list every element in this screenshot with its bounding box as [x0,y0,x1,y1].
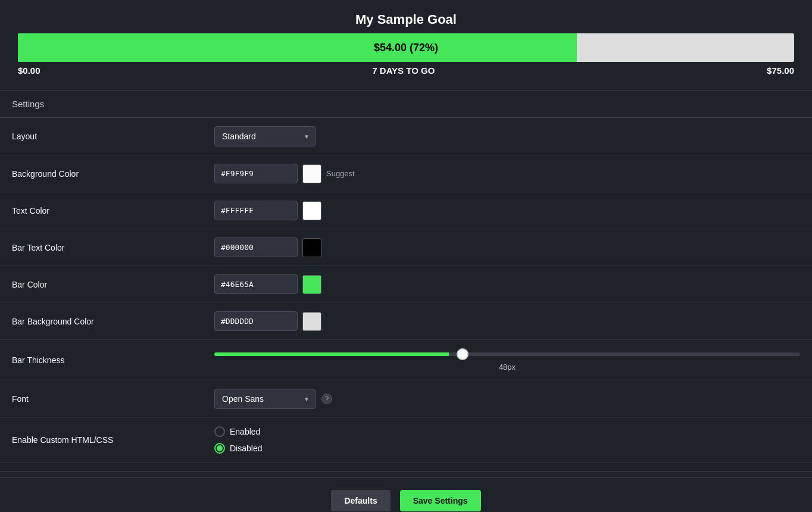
layout-row: Layout Standard Compact Vertical [0,118,812,155]
background-color-swatch[interactable] [302,164,321,183]
text-color-group [214,201,321,220]
settings-section: Settings Layout Standard Compact Vertica… [0,90,812,463]
bar-color-control [214,274,800,294]
defaults-button[interactable]: Defaults [331,490,390,511]
bar-text-color-swatch[interactable] [302,238,321,257]
custom-html-disabled-radio[interactable] [214,443,225,454]
progress-bar-container: $54.00 (72%) [18,33,794,62]
settings-header: Settings [0,90,812,118]
font-select[interactable]: Open Sans Arial Roboto Lato Georgia [214,389,316,409]
text-color-label: Text Color [12,206,214,216]
font-help-icon[interactable]: ? [321,394,332,404]
text-color-control [214,201,800,220]
bar-background-color-swatch[interactable] [302,312,321,331]
preview-area: My Sample Goal $54.00 (72%) $0.00 7 DAYS… [0,0,812,82]
bar-color-row: Bar Color [0,266,812,303]
bar-color-swatch[interactable] [302,275,321,294]
bottom-actions: Defaults Save Settings [0,477,812,512]
goal-labels: $0.00 7 DAYS TO GO $75.00 [18,65,794,76]
custom-html-enabled-label: Enabled [230,427,260,436]
bar-thickness-control: 48px [214,348,800,371]
bar-background-color-input[interactable] [214,311,298,331]
save-settings-button[interactable]: Save Settings [400,490,481,511]
bar-thickness-label: Bar Thickness [12,355,214,365]
custom-html-disabled-option[interactable]: Disabled [214,443,262,454]
background-color-control: Suggest [214,164,800,183]
custom-html-disabled-label: Disabled [230,444,262,453]
background-color-label: Background Color [12,169,214,179]
bar-color-input[interactable] [214,274,298,294]
goal-label-right: $75.00 [767,65,794,76]
custom-html-enabled-radio[interactable] [214,426,225,437]
bar-thickness-value: 48px [214,363,800,371]
bar-background-color-label: Bar Background Color [12,317,214,326]
bar-text-color-group [214,238,321,257]
background-color-input[interactable] [214,164,298,183]
bar-text-color-input[interactable] [214,238,298,257]
goal-title: My Sample Goal [18,12,794,27]
layout-select[interactable]: Standard Compact Vertical [214,126,316,146]
text-color-row: Text Color [0,192,812,229]
custom-html-label: Enable Custom HTML/CSS [12,435,214,445]
bar-color-label: Bar Color [12,280,214,289]
background-color-suggest[interactable]: Suggest [326,169,355,178]
text-color-swatch[interactable] [302,201,321,220]
background-color-row: Background Color Suggest [0,155,812,192]
slider-track [214,348,800,360]
bar-thickness-row: Bar Thickness 48px [0,340,812,380]
text-color-input[interactable] [214,201,298,220]
custom-html-enabled-option[interactable]: Enabled [214,426,262,437]
slider-wrapper: 48px [214,348,800,371]
custom-html-control: Enabled Disabled [214,426,800,454]
bar-thickness-slider[interactable] [214,352,800,356]
bar-text-color-label: Bar Text Color [12,243,214,252]
goal-label-center: 7 DAYS TO GO [40,65,767,76]
progress-bar-text: $54.00 (72%) [374,42,438,54]
background-color-group: Suggest [214,164,355,183]
font-row: Font Open Sans Arial Roboto Lato Georgia… [0,380,812,418]
font-dropdown-wrapper: Open Sans Arial Roboto Lato Georgia [214,389,316,409]
font-control: Open Sans Arial Roboto Lato Georgia ? [214,389,800,409]
layout-dropdown-wrapper: Standard Compact Vertical [214,126,316,146]
bar-background-color-group [214,311,321,331]
custom-html-radio-group: Enabled Disabled [214,426,262,454]
divider-bottom [0,471,812,472]
layout-label: Layout [12,132,214,141]
bar-background-color-control [214,311,800,331]
progress-bar-fill [18,33,577,62]
goal-label-left: $0.00 [18,65,40,76]
font-label: Font [12,394,214,404]
bar-text-color-row: Bar Text Color [0,229,812,266]
bar-color-group [214,274,321,294]
bar-text-color-control [214,238,800,257]
custom-html-row: Enable Custom HTML/CSS Enabled Disabled [0,418,812,463]
bar-background-color-row: Bar Background Color [0,303,812,340]
layout-control: Standard Compact Vertical [214,126,800,146]
